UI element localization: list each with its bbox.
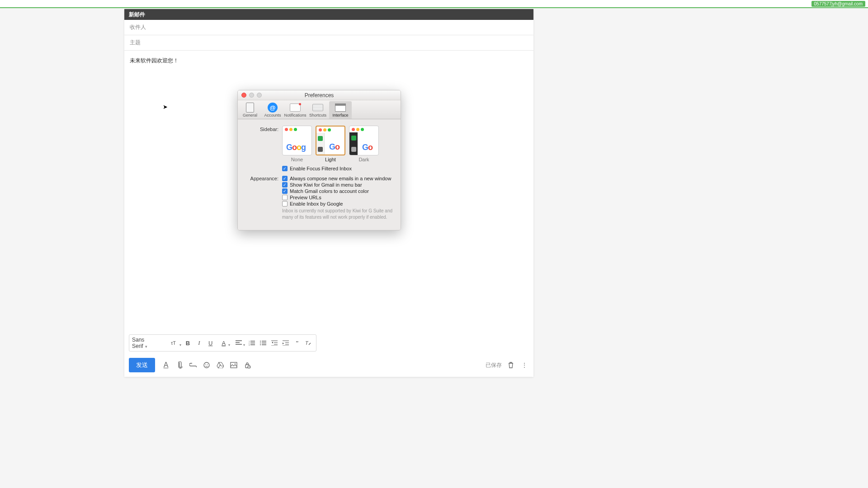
match-colors-label: Match Gmail colors to account color — [290, 188, 369, 194]
font-size-button[interactable]: τT — [168, 338, 181, 348]
tab-accounts[interactable]: @ Accounts — [261, 101, 284, 119]
more-icon[interactable]: ⋮ — [520, 361, 529, 370]
notifications-icon — [289, 103, 302, 113]
tab-shortcuts-label: Shortcuts — [309, 113, 326, 117]
svg-text:τT: τT — [171, 340, 176, 346]
underline-button[interactable]: U — [206, 338, 215, 348]
saved-label: 已保存 — [486, 361, 502, 369]
checkbox-icon — [282, 201, 288, 206]
text-color-button[interactable]: A — [217, 338, 230, 348]
svg-point-12 — [235, 363, 236, 364]
window-controls — [241, 93, 262, 98]
accounts-icon: @ — [266, 103, 279, 113]
send-button[interactable]: 发送 — [129, 358, 155, 372]
enable-focus-checkbox[interactable]: Enable Focus Filtered Inbox — [282, 166, 392, 171]
sidebar-option-light[interactable]: Go Light — [316, 126, 345, 162]
font-family-select[interactable]: Sans Serif — [132, 337, 166, 349]
svg-point-5 — [260, 343, 261, 343]
drive-icon[interactable] — [216, 361, 225, 370]
sidebar-option-none-label: None — [291, 157, 303, 162]
compose-action-icons: A — [161, 361, 252, 370]
top-bar: 0577577jyh@gmail.com — [0, 0, 868, 8]
match-colors-checkbox[interactable]: Match Gmail colors to account color — [282, 188, 392, 194]
compose-title: 新邮件 — [124, 9, 533, 20]
compose-body-text: 未来软件园欢迎您！ — [130, 57, 179, 64]
checkbox-icon — [282, 176, 288, 181]
shortcuts-icon — [311, 103, 324, 113]
sidebar-option-dark[interactable]: Go Dark — [349, 126, 379, 162]
account-badge[interactable]: 0577577jyh@gmail.com — [811, 1, 865, 7]
bullet-list-button[interactable] — [258, 338, 268, 348]
svg-text:3: 3 — [249, 344, 250, 346]
preferences-titlebar[interactable]: Preferences — [238, 90, 401, 100]
image-icon[interactable] — [229, 361, 238, 370]
appearance-label: Appearance: — [246, 175, 282, 220]
compose-bottom-right: 已保存 ⋮ — [486, 361, 529, 370]
preview-urls-checkbox[interactable]: Preview URLs — [282, 195, 392, 200]
quote-button[interactable]: " — [292, 338, 302, 348]
minimize-window-button[interactable] — [249, 93, 254, 98]
attach-icon[interactable] — [175, 361, 184, 370]
svg-point-6 — [260, 344, 261, 345]
align-button[interactable] — [232, 338, 245, 348]
confidential-icon[interactable] — [243, 361, 252, 370]
sidebar-option-light-label: Light — [325, 157, 336, 162]
preview-urls-label: Preview URLs — [290, 195, 321, 200]
bold-button[interactable]: B — [183, 338, 193, 348]
checkbox-icon — [282, 166, 288, 171]
general-icon — [244, 103, 256, 113]
link-icon[interactable] — [189, 361, 198, 370]
compose-subject-field[interactable]: 主题 — [124, 35, 533, 51]
tab-shortcuts[interactable]: Shortcuts — [307, 101, 329, 119]
preferences-window: Preferences General @ Accounts Notificat… — [237, 90, 401, 230]
svg-point-8 — [204, 362, 209, 368]
emoji-icon[interactable] — [202, 361, 211, 370]
inbox-hint-text: Inbox is currently not supported by Kiwi… — [282, 208, 392, 220]
enable-inbox-checkbox[interactable]: Enable Inbox by Google — [282, 201, 392, 206]
enable-focus-label: Enable Focus Filtered Inbox — [290, 166, 352, 171]
format-toolbar: Sans Serif τT B I U A 123 " T — [129, 334, 316, 352]
tab-notifications[interactable]: Notifications — [284, 101, 307, 119]
svg-rect-11 — [231, 362, 237, 368]
svg-point-10 — [207, 364, 208, 365]
tab-interface[interactable]: Interface — [329, 101, 352, 119]
svg-point-9 — [205, 364, 206, 365]
indent-button[interactable] — [281, 338, 291, 348]
italic-button[interactable]: I — [194, 338, 204, 348]
always-compose-checkbox[interactable]: Always compose new emails in a new windo… — [282, 176, 392, 181]
show-menubar-checkbox[interactable]: Show Kiwi for Gmail in menu bar — [282, 182, 392, 188]
sidebar-label: Sidebar: — [246, 126, 282, 172]
compose-bottom-bar: 发送 A 已保存 — [124, 355, 533, 377]
sidebar-option-dark-label: Dark — [359, 157, 369, 162]
text-format-icon[interactable]: A — [161, 361, 170, 370]
preferences-toolbar: General @ Accounts Notifications Shortcu… — [238, 100, 401, 119]
preferences-title: Preferences — [305, 92, 334, 99]
preferences-content: Sidebar: Goog None Go Light Go Dark — [238, 119, 401, 230]
svg-point-4 — [260, 341, 261, 342]
zoom-window-button[interactable] — [257, 93, 262, 98]
svg-text:T: T — [305, 340, 309, 346]
tab-accounts-label: Accounts — [264, 113, 281, 117]
tab-notifications-label: Notifications — [284, 113, 306, 117]
always-compose-label: Always compose new emails in a new windo… — [290, 176, 391, 181]
interface-icon — [334, 103, 347, 113]
checkbox-icon — [282, 182, 288, 188]
tab-general[interactable]: General — [239, 101, 261, 119]
checkbox-icon — [282, 188, 288, 194]
outdent-button[interactable] — [269, 338, 279, 348]
checkbox-icon — [282, 195, 288, 200]
clear-format-button[interactable]: T — [304, 338, 313, 348]
enable-inbox-label: Enable Inbox by Google — [290, 201, 343, 206]
sidebar-options: Goog None Go Light Go Dark — [282, 126, 392, 162]
numbered-list-button[interactable]: 123 — [247, 338, 256, 348]
close-window-button[interactable] — [241, 93, 246, 98]
tab-interface-label: Interface — [332, 113, 348, 117]
tab-general-label: General — [243, 113, 257, 117]
trash-icon[interactable] — [506, 361, 515, 370]
show-menubar-label: Show Kiwi for Gmail in menu bar — [290, 182, 362, 188]
sidebar-option-none[interactable]: Goog None — [282, 126, 312, 162]
compose-to-field[interactable]: 收件人 — [124, 20, 533, 35]
